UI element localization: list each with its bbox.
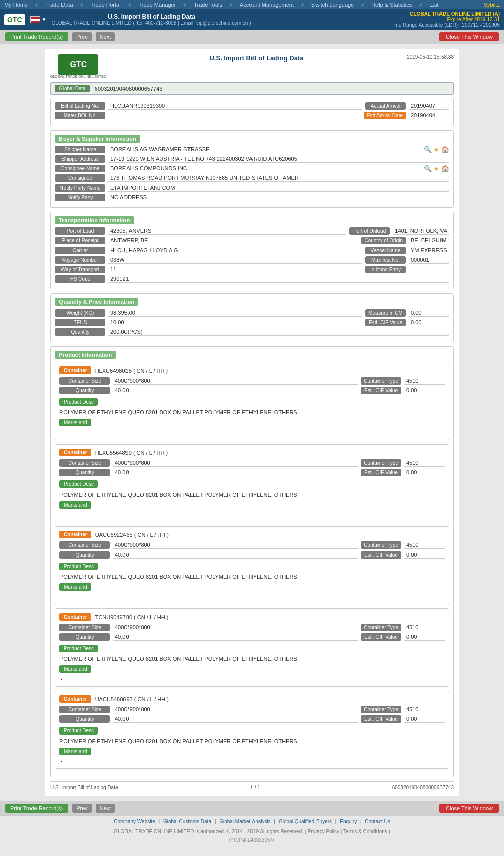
product-desc-label-1: Product Desc	[59, 480, 98, 488]
global-data-value: 6003201904080000657743	[95, 86, 163, 92]
next-button-top[interactable]: Next	[96, 32, 115, 41]
prev-button-top[interactable]: Prev	[72, 32, 92, 41]
top-action-bar: Print Trade Record(s) Prev Next Close Th…	[0, 30, 504, 44]
container-qty-label-2: Quantity	[59, 551, 110, 559]
product-desc-label-4: Product Desc	[59, 727, 98, 735]
in-bond-label: In-bond Entry	[365, 266, 406, 273]
container-type-label-1: Container Type	[361, 459, 401, 467]
consignee-search-icon[interactable]: 🔍	[424, 165, 432, 172]
nav-account-management[interactable]: Account Management	[240, 2, 294, 8]
bol-label: Bill of Lading No.	[55, 102, 105, 110]
footer-contact[interactable]: Contact Us	[365, 819, 390, 824]
shipper-icons: 🔍 ★ 🏠	[424, 146, 449, 153]
container-qty-row-3: Quantity 40.00 Esti. CIF Value 0.00	[59, 633, 445, 641]
container-cif-label-2: Esti. CIF Value	[361, 551, 401, 559]
container-size-label-3: Container Size	[59, 624, 110, 631]
weight-kg-label: Weight (KG)	[55, 309, 105, 317]
nav-switch-language[interactable]: Switch Language	[311, 2, 354, 8]
nav-trade-data[interactable]: Trade Data	[45, 2, 73, 8]
esti-arrival-label: Esti Arrival Date	[364, 112, 406, 119]
hs-code-label: HS Code	[55, 275, 105, 283]
footer-global-customs[interactable]: Global Customs Data	[163, 819, 211, 824]
consignee-icons: 🔍 ★ 🏠	[424, 165, 449, 172]
global-data-row: Global Data 6003201904080000657743	[50, 82, 454, 95]
vessel-name-label: Vessel Name	[365, 247, 406, 254]
container-block-0: Container HLXU6498018 ( CN / L / HH ) Co…	[55, 362, 449, 440]
doc-title: U.S. Import Bill of Lading Data	[106, 54, 407, 62]
prev-button-bottom[interactable]: Prev	[72, 804, 92, 813]
way-transport-row: Way of Transport 11 In-bond Entry	[55, 266, 449, 273]
marks-label-0: Marks and	[59, 419, 91, 426]
print-button-bottom[interactable]: Print Trade Record(s)	[5, 804, 68, 813]
bol-section: Bill of Lading No. HLCUANR190319300 Actu…	[50, 98, 454, 126]
container-cif-value-1: 0.00	[404, 469, 445, 476]
container-qty-label-4: Quantity	[59, 715, 110, 723]
container-size-row-4: Container Size 4000*900*800 Container Ty…	[59, 706, 445, 713]
close-button-top[interactable]: Close This Window	[439, 32, 499, 41]
product-desc-label-0: Product Desc	[59, 398, 98, 406]
shipper-search-icon[interactable]: 🔍	[424, 146, 432, 153]
container-cif-value-2: 0.00	[404, 551, 445, 559]
container-size-row-1: Container Size 4000*900*800 Container Ty…	[59, 459, 445, 467]
nav-help-statistics[interactable]: Help & Statistics	[371, 2, 412, 8]
container-type-label-4: Container Type	[361, 706, 401, 713]
consignee-home-icon[interactable]: 🏠	[441, 165, 449, 172]
quantity-price-header: Quantity & Price Information	[55, 298, 138, 306]
shipper-home-icon[interactable]: 🏠	[441, 146, 449, 153]
place-receipt-label: Place of Receipt	[55, 237, 105, 244]
doc-logo: GTC GLOBAL TRADE ONLINE LIMITED	[50, 54, 106, 78]
container-id-1: HLXU5564890 ( CN / L / HH )	[95, 450, 168, 456]
nav-exit[interactable]: Exit	[429, 2, 438, 8]
flag-selector[interactable]: ▼	[28, 15, 49, 24]
next-button-bottom[interactable]: Next	[96, 804, 115, 813]
container-type-label-3: Container Type	[361, 624, 401, 631]
container-qty-row-2: Quantity 40.00 Esti. CIF Value 0.00	[59, 551, 445, 559]
username: Sybil.z	[484, 2, 500, 8]
teus-value: 10.00	[108, 319, 362, 326]
notify-party-name-label: Notify Party Name	[55, 184, 105, 192]
doc-footer-left: U.S. Import Bill of Lading Data	[50, 785, 118, 790]
container-size-value-4: 4000*900*800	[113, 706, 358, 713]
close-button-bottom[interactable]: Close This Window	[439, 804, 499, 813]
consignee-star-icon[interactable]: ★	[433, 165, 439, 172]
hs-code-value: 290121	[108, 275, 449, 283]
container-type-value-1: 4510	[404, 459, 445, 467]
container-size-value-0: 4000*900*800	[113, 377, 358, 385]
footer-global-market[interactable]: Global Market Analysis	[219, 819, 271, 824]
footer-company-website[interactable]: Company Website	[114, 819, 155, 824]
bol-value: HLCUANR190319300	[108, 102, 362, 110]
quantity-price-section: Quantity & Price Information Weight (KG)…	[50, 293, 454, 342]
way-transport-label: Way of Transport	[55, 266, 105, 273]
print-button-top[interactable]: Print Trade Record(s)	[5, 32, 68, 41]
nav-my-home[interactable]: My Home	[4, 2, 28, 8]
nav-trade-manager[interactable]: Trade Manager	[138, 2, 176, 8]
vessel-name-value: YM EXPRESS	[409, 247, 449, 254]
product-info-section: Product Information Container HLXU649801…	[50, 346, 454, 777]
logo-text: GTC	[7, 16, 22, 24]
esti-cif-label: Esti. CIF Value	[365, 319, 406, 326]
container-header-row-2: Container UACU5922465 ( CN / L / HH )	[59, 531, 445, 538]
container-label-2: Container	[59, 531, 91, 538]
footer-enquiry[interactable]: Enquiry	[340, 819, 357, 824]
doc-title-area: U.S. Import Bill of Lading Data	[106, 54, 407, 62]
container-qty-row-4: Quantity 40.00 Esti. CIF Value 0.00	[59, 715, 445, 723]
nav-trade-tools[interactable]: Trade Tools	[194, 2, 222, 8]
main-document: GTC GLOBAL TRADE ONLINE LIMITED U.S. Imp…	[45, 49, 459, 796]
shipper-star-icon[interactable]: ★	[433, 146, 439, 153]
container-cif-label-3: Esti. CIF Value	[361, 633, 401, 641]
mater-bol-label: Mater BOL No.	[55, 112, 105, 119]
notify-party-value: NO ADDRESS	[108, 194, 449, 201]
container-type-label-2: Container Type	[361, 541, 401, 549]
logo-area: GTC ▼ U.S. Import Bill of Lading Data GL…	[4, 13, 251, 26]
product-desc-text-2: POLYMER OF ETHYLENE QUEO 8201 BOX ON PAL…	[59, 574, 445, 580]
consignee-row: Consignee 176 THOMAS ROAD PORT MURRAY NJ…	[55, 174, 449, 182]
carrier-value: HLCU, HAPAG-LLOYD A G	[108, 247, 362, 254]
container-qty-label-1: Quantity	[59, 469, 110, 476]
nav-trade-portal[interactable]: Trade Portal	[90, 2, 120, 8]
container-size-label-2: Container Size	[59, 541, 110, 549]
container-block-3: Container TCNU9049780 ( CN / L / HH ) Co…	[55, 608, 449, 687]
teus-row: TEUS 10.00 Esti. CIF Value 0.00	[55, 319, 449, 326]
footer-global-buyers[interactable]: Global Qualified Buyers	[279, 819, 332, 824]
bol-row: Bill of Lading No. HLCUANR190319300 Actu…	[55, 102, 449, 110]
container-header-row-4: Container UACU5480893 ( CN / L / HH )	[59, 695, 445, 703]
